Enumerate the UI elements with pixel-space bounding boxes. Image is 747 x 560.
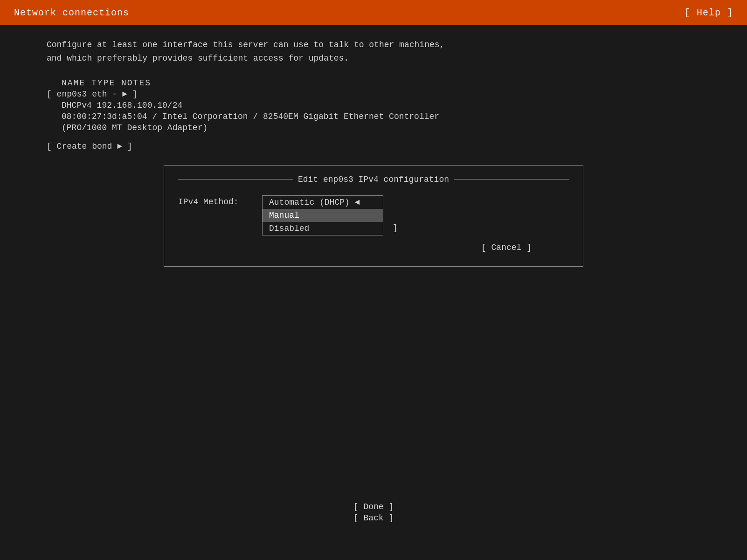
help-button[interactable]: [ Help ] — [685, 7, 733, 18]
dialog-title: Edit enp0s3 IPv4 configuration — [178, 175, 569, 184]
header-title: Network connections — [14, 7, 129, 18]
dialog-footer: [ Cancel ] — [178, 243, 569, 252]
table-header: NAME TYPE NOTES — [47, 78, 700, 88]
create-bond-button[interactable]: [ Create bond ► ] — [47, 142, 700, 151]
interface-dhcp: DHCPv4 192.168.100.10/24 — [47, 101, 700, 110]
description: Configure at least one interface this se… — [47, 38, 700, 65]
dropdown-option-manual-label: Manual — [269, 211, 299, 220]
interface-model: (PRO/1000 MT Desktop Adapter) — [47, 123, 700, 132]
dialog-title-text: Edit enp0s3 IPv4 configuration — [298, 175, 449, 184]
cancel-bracket-close: ] — [526, 243, 532, 252]
interface-row[interactable]: [ enp0s3 eth - ► ] — [47, 90, 700, 99]
header: Network connections [ Help ] — [0, 0, 747, 25]
interface-mac: 08:00:27:3d:a5:04 / Intel Corporation / … — [47, 112, 700, 121]
cancel-label: [ Cancel — [481, 243, 521, 252]
dropdown-option-disabled[interactable]: Disabled — [263, 222, 383, 235]
network-table: NAME TYPE NOTES [ enp0s3 eth - ► ] DHCPv… — [47, 78, 700, 132]
bottom-buttons: [ Done ] [ Back ] — [332, 502, 415, 523]
save-bracket-close: ] — [393, 223, 398, 233]
ipv4-method-label: IPv4 Method: — [178, 195, 262, 207]
cancel-button[interactable]: [ Cancel ] — [481, 243, 532, 252]
ipv4-method-row: IPv4 Method: Automatic (DHCP) ◄ Manual D… — [178, 195, 569, 235]
description-line2: and which preferably provides sufficient… — [47, 52, 700, 65]
ipv4-method-dropdown[interactable]: Automatic (DHCP) ◄ Manual Disabled — [262, 195, 383, 235]
description-line1: Configure at least one interface this se… — [47, 38, 700, 52]
back-button[interactable]: [ Back ] — [332, 513, 415, 523]
main-content: Configure at least one interface this se… — [0, 25, 747, 276]
dropdown-box[interactable]: Automatic (DHCP) ◄ Manual Disabled — [262, 195, 383, 235]
dialog-overlay: Edit enp0s3 IPv4 configuration IPv4 Meth… — [47, 165, 700, 267]
dropdown-option-dhcp-label: Automatic (DHCP) ◄ — [269, 198, 360, 207]
ipv4-config-dialog: Edit enp0s3 IPv4 configuration IPv4 Meth… — [164, 165, 583, 267]
dropdown-option-disabled-label: Disabled — [269, 224, 309, 233]
dropdown-option-manual[interactable]: Manual — [263, 209, 383, 222]
done-button[interactable]: [ Done ] — [332, 502, 415, 512]
dropdown-option-dhcp[interactable]: Automatic (DHCP) ◄ — [263, 196, 383, 209]
